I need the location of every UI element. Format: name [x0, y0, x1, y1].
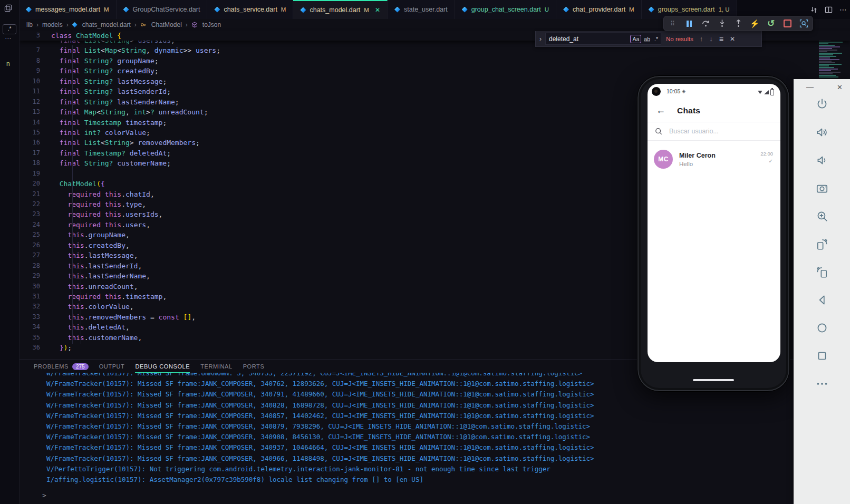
- panel-tab-debug-console[interactable]: DEBUG CONSOLE: [135, 360, 190, 373]
- breadcrumb-item-toJson[interactable]: toJson: [202, 21, 221, 28]
- tab-label: chats_service.dart: [224, 6, 277, 13]
- volume-up-button[interactable]: [815, 125, 829, 140]
- code-token: List: [84, 139, 101, 147]
- line-number: 22: [19, 199, 40, 209]
- code-token: [80, 149, 84, 157]
- camera-button[interactable]: [815, 181, 829, 196]
- back-button[interactable]: [815, 293, 829, 307]
- tab-group_chat_screen.dart[interactable]: group_chat_screen.dartU: [455, 0, 556, 19]
- code-token: final: [60, 77, 80, 85]
- regex-box-icon[interactable]: .*: [3, 24, 16, 34]
- breadcrumb-item-models[interactable]: models: [42, 21, 63, 28]
- status-time: 10:05: [667, 88, 680, 94]
- breadcrumb: lib›models›chats_model.dart›ChatModel›to…: [19, 19, 501, 31]
- code-token: lastSenderId: [89, 262, 138, 270]
- minimize-button[interactable]: —: [806, 82, 814, 91]
- hot-reload-button[interactable]: ⚡: [750, 19, 759, 28]
- strip-more-icon[interactable]: ⋯: [5, 35, 12, 42]
- breadcrumb-item-ChatModel[interactable]: ChatModel: [151, 21, 182, 28]
- code-text: required this.type,: [40, 199, 146, 209]
- code-token: >>: [183, 46, 196, 54]
- code-token: .: [121, 190, 125, 198]
- code-token: groupName: [117, 57, 154, 65]
- breadcrumb-item-chats_model.dart[interactable]: chats_model.dart: [82, 21, 131, 28]
- chat-list-item[interactable]: MC Miler Ceron Hello 22:00 ✓: [648, 145, 780, 173]
- code-token: lastSenderName: [117, 98, 175, 106]
- panel-tab-output[interactable]: OUTPUT: [99, 360, 125, 373]
- compare-changes-icon[interactable]: [810, 6, 818, 14]
- line-number: 3: [19, 31, 40, 41]
- more-actions-icon[interactable]: ⋯: [839, 5, 847, 14]
- code-line: 9final String? createdBy;: [19, 66, 850, 76]
- whole-word-button[interactable]: ab: [642, 35, 652, 43]
- zoom-in-button[interactable]: [815, 209, 829, 224]
- layers-icon[interactable]: [4, 4, 12, 14]
- class-symbol-icon: [140, 22, 147, 28]
- code-token: List: [84, 41, 101, 44]
- more-button[interactable]: [815, 376, 829, 391]
- strip-note-text: n: [6, 60, 10, 67]
- breadcrumb-item-lib[interactable]: lib: [26, 21, 33, 28]
- find-next-button[interactable]: ↓: [709, 35, 713, 43]
- code-token: ,: [146, 221, 150, 229]
- line-number: 34: [19, 322, 40, 332]
- code-token: type: [125, 200, 142, 208]
- code-token: this: [67, 231, 84, 239]
- line-number: 33: [19, 312, 40, 322]
- close-button[interactable]: ✕: [837, 83, 843, 91]
- left-strip: .* ⋯ n: [0, 0, 20, 504]
- find-previous-button[interactable]: ↑: [700, 35, 703, 43]
- code-token: String: [105, 139, 130, 147]
- pause-button[interactable]: [684, 19, 694, 28]
- panel-tab-problems[interactable]: PROBLEMS275: [34, 360, 89, 373]
- rotate-right-button[interactable]: [815, 237, 829, 251]
- search-field[interactable]: Buscar usuario...: [648, 122, 780, 140]
- dart-file-icon: [394, 7, 400, 13]
- gripper-button[interactable]: ⠿: [668, 19, 678, 28]
- tab-close-icon[interactable]: ✕: [375, 6, 380, 14]
- code-text: final String? lastMessage;: [40, 76, 167, 86]
- panel-tab-ports[interactable]: PORTS: [243, 360, 265, 373]
- code-token: [72, 32, 76, 40]
- code-token: [80, 77, 84, 85]
- code-token: .: [121, 221, 125, 229]
- chat-last-message: Hello: [679, 161, 716, 167]
- phone-screen[interactable]: 10:05 ◈ ← Chats Buscar usuario... MC Mil…: [648, 84, 780, 362]
- find-in-selection-button[interactable]: ≡: [719, 35, 723, 43]
- panel-tab-terminal[interactable]: TERMINAL: [200, 360, 232, 373]
- volume-down-button[interactable]: [815, 153, 829, 168]
- match-case-button[interactable]: Aa: [630, 35, 641, 43]
- overview-button[interactable]: [815, 348, 829, 363]
- tab-GroupChatService.dart[interactable]: GroupChatService.dart: [117, 0, 208, 19]
- find-results-label: No results: [666, 36, 693, 42]
- tab-chats_service.dart[interactable]: chats_service.dartM: [207, 0, 293, 19]
- back-arrow-icon[interactable]: ←: [656, 105, 665, 116]
- code-token: final: [60, 108, 80, 116]
- rotate-left-button[interactable]: [815, 265, 829, 279]
- tab-state_user.dart[interactable]: state_user.dart: [388, 0, 455, 19]
- step-into-button[interactable]: [717, 19, 727, 28]
- dart-file-icon: [123, 7, 129, 13]
- find-close-button[interactable]: ✕: [730, 35, 735, 43]
- regex-button[interactable]: .*: [653, 35, 660, 43]
- home-button[interactable]: [815, 321, 829, 335]
- code-token: [80, 98, 84, 106]
- tab-chats_model.dart[interactable]: chats_model.dartM✕: [293, 0, 388, 19]
- power-button[interactable]: [815, 97, 829, 112]
- inspect-widget-button[interactable]: [799, 19, 808, 28]
- code-token: ,: [130, 303, 134, 311]
- stop-button[interactable]: [783, 19, 792, 28]
- find-collapse-icon[interactable]: ›: [536, 35, 545, 43]
- step-over-button[interactable]: [701, 19, 710, 28]
- tab-messages_model.dart[interactable]: messages_model.dartM: [19, 0, 117, 19]
- split-editor-icon[interactable]: [825, 6, 833, 14]
- volume-up-icon: [815, 125, 829, 139]
- tab-chat_provider.dart[interactable]: chat_provider.dartM: [556, 0, 642, 19]
- code-text: this.deletedAt,: [40, 322, 130, 332]
- code-text: this.groupName,: [40, 230, 130, 240]
- find-input[interactable]: [546, 35, 630, 43]
- restart-button[interactable]: ↺: [766, 19, 776, 28]
- console-prompt[interactable]: >: [42, 491, 46, 499]
- code-token: [80, 139, 84, 147]
- step-out-button[interactable]: [733, 19, 743, 28]
